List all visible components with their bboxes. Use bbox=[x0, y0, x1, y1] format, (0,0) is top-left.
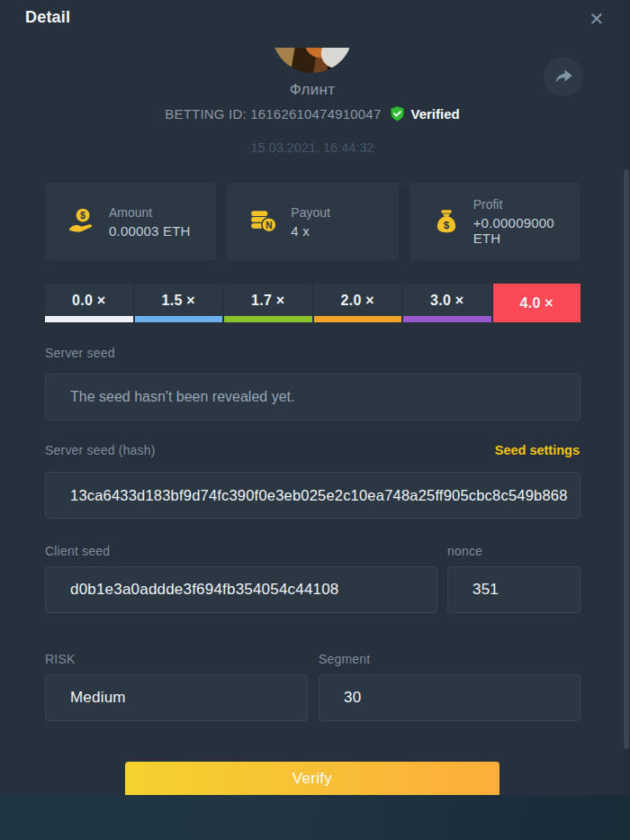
stat-card-amount: $ Amount 0.00003 ETH bbox=[45, 183, 216, 260]
segment-input[interactable]: 30 bbox=[319, 674, 580, 721]
betting-id: BETTING ID: 16162610474910047 bbox=[165, 106, 381, 122]
stat-value: 0.00003 ETH bbox=[109, 223, 191, 239]
server-seed-label: Server seed bbox=[45, 346, 115, 360]
multiplier-color-bar bbox=[403, 316, 491, 322]
risk-label: RISK bbox=[45, 652, 75, 666]
verified-label: Verified bbox=[410, 106, 459, 122]
avatar bbox=[272, 48, 353, 74]
multiplier-label: 1.5 × bbox=[161, 293, 195, 314]
multiplier-color-bar bbox=[314, 316, 402, 322]
avatar-image bbox=[272, 48, 353, 73]
multiplier-label: 2.0 × bbox=[340, 293, 374, 314]
stat-texts: Profit +0.00009000 ETH bbox=[473, 197, 580, 246]
page-title: Detail bbox=[25, 8, 70, 27]
multiplier-label: 1.7 × bbox=[251, 293, 285, 314]
client-seed-label: Client seed bbox=[45, 544, 110, 558]
seed-settings-link[interactable]: Seed settings bbox=[495, 443, 580, 457]
multiplier-segment-4: 3.0 × bbox=[403, 284, 491, 322]
stat-texts: Amount 0.00003 ETH bbox=[109, 205, 191, 239]
verified-badge: Verified bbox=[389, 105, 459, 122]
stat-value: +0.00009000 ETH bbox=[473, 215, 580, 246]
user-name: Флинт bbox=[0, 81, 625, 99]
money-bag-icon: $ bbox=[431, 206, 462, 237]
multiplier-segments: 0.0 × 1.5 × 1.7 × 2.0 × 3.0 × 4.0 × bbox=[45, 284, 580, 322]
server-seed-hash-input[interactable]: 13ca6433d183bf9d74fc390f0e3eb025e2c10ea7… bbox=[45, 472, 580, 519]
verify-button[interactable]: Verify bbox=[125, 762, 500, 795]
stat-value: 4 x bbox=[291, 223, 330, 239]
stat-cards: $ Amount 0.00003 ETH N Payout 4 x $ Prof… bbox=[45, 183, 580, 260]
stat-texts: Payout 4 x bbox=[291, 205, 330, 239]
page-background bbox=[0, 795, 630, 840]
betting-id-row: BETTING ID: 16162610474910047 Verified bbox=[0, 105, 625, 122]
server-seed-hash-label: Server seed (hash) bbox=[45, 443, 156, 457]
segment-label: Segment bbox=[319, 652, 370, 666]
multiplier-segment-1: 1.5 × bbox=[135, 284, 223, 322]
bet-datetime: 15.03.2021, 16:44:32 bbox=[0, 140, 625, 155]
svg-text:$: $ bbox=[80, 210, 86, 221]
stat-card-payout: N Payout 4 x bbox=[227, 183, 398, 260]
scrollbar-thumb[interactable] bbox=[624, 169, 629, 749]
stat-label: Payout bbox=[291, 205, 330, 220]
stat-label: Profit bbox=[473, 197, 580, 212]
multiplier-segment-0: 0.0 × bbox=[45, 284, 133, 322]
stat-card-profit: $ Profit +0.00009000 ETH bbox=[410, 183, 580, 260]
multiplier-segment-2: 1.7 × bbox=[224, 284, 312, 322]
multiplier-segment-selected: 4.0 × bbox=[493, 284, 581, 322]
risk-input[interactable]: Medium bbox=[45, 674, 308, 721]
nonce-label: nonce bbox=[447, 544, 482, 558]
detail-modal: Detail ✕ Флинт BETTING ID: 1616261047491… bbox=[0, 0, 630, 795]
nonce-input[interactable]: 351 bbox=[447, 566, 580, 613]
multiplier-color-bar bbox=[135, 316, 223, 322]
verified-shield-icon bbox=[389, 105, 406, 122]
multiplier-label: 4.0 × bbox=[519, 295, 554, 312]
multiplier-label: 3.0 × bbox=[430, 293, 464, 314]
coin-stack-icon: N bbox=[248, 206, 279, 237]
multiplier-segment-3: 2.0 × bbox=[314, 284, 402, 322]
stat-label: Amount bbox=[109, 205, 191, 220]
multiplier-color-bar bbox=[224, 316, 312, 322]
hand-coin-icon: $ bbox=[67, 206, 97, 237]
client-seed-input[interactable]: d0b1e3a0addde3f694fb354054c44108 bbox=[45, 566, 437, 613]
svg-text:N: N bbox=[266, 221, 273, 230]
svg-text:$: $ bbox=[443, 219, 449, 230]
multiplier-label: 0.0 × bbox=[72, 293, 106, 314]
multiplier-color-bar bbox=[45, 316, 133, 322]
server-seed-input[interactable]: The seed hasn't been revealed yet. bbox=[45, 374, 580, 420]
close-icon[interactable]: ✕ bbox=[587, 9, 607, 29]
